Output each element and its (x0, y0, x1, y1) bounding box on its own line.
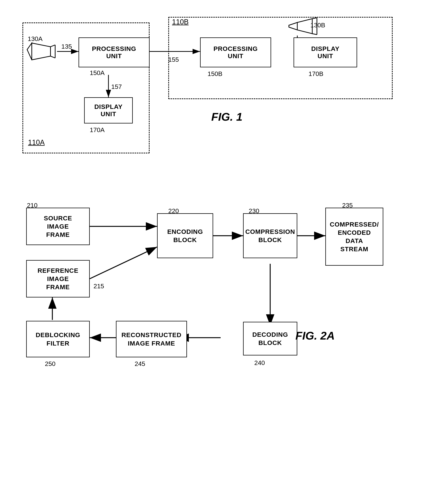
label-130B: 130B (310, 22, 325, 29)
svg-marker-0 (32, 43, 50, 60)
db-l2: BLOCK (252, 339, 288, 347)
decoding-block-box: DECODING BLOCK (243, 322, 297, 355)
rif-l2: IMAGE (38, 275, 78, 283)
eb-l1: ENCODING (167, 228, 203, 236)
processing-unit-150A: PROCESSING UNIT (78, 37, 149, 67)
du170B-line2: UNIT (311, 52, 339, 60)
fig1-diagram: 110A 110B 130A 135 (15, 11, 407, 180)
label-170A: 170A (90, 126, 105, 134)
eb-l2: BLOCK (167, 236, 203, 244)
label-250: 250 (45, 360, 55, 367)
display-unit-170A: DISPLAY UNIT (84, 97, 133, 123)
cds-l3: DATA (330, 237, 379, 245)
processing-unit-150B: PROCESSING UNIT (200, 37, 271, 67)
deblocking-filter-box: DEBLOCKING FILTER (26, 321, 90, 357)
label-210: 210 (27, 202, 38, 209)
sif-l1: SOURCE (44, 214, 72, 222)
cds-l4: STREAM (330, 245, 379, 253)
svg-line-3 (50, 56, 55, 58)
label-130A: 130A (28, 35, 42, 42)
svg-marker-1 (27, 43, 32, 60)
fig2a-diagram: SOURCE IMAGE FRAME 210 REFERENCE IMAGE F… (15, 198, 407, 404)
cds-l2: ENCODED (330, 228, 379, 237)
label-240: 240 (254, 359, 265, 366)
pu150B-line1: PROCESSING (214, 45, 258, 52)
pu150A-line2: UNIT (92, 52, 136, 60)
encoding-block-box: ENCODING BLOCK (157, 213, 213, 258)
label-150A: 150A (90, 69, 105, 77)
cb-l2: BLOCK (245, 236, 295, 244)
rif-l3: FRAME (38, 283, 78, 291)
du170B-line1: DISPLAY (311, 45, 339, 52)
compression-block-box: COMPRESSION BLOCK (243, 213, 297, 258)
svg-line-17 (312, 18, 317, 19)
compressed-data-stream-box: COMPRESSED/ ENCODED DATA STREAM (325, 208, 383, 266)
page: 110A 110B 130A 135 (0, 0, 422, 504)
db-l1: DECODING (252, 330, 288, 339)
pu150B-line2: UNIT (214, 52, 258, 60)
label-110A: 110A (28, 138, 45, 146)
df-l1: DEBLOCKING (36, 331, 80, 339)
df-l2: FILTER (36, 339, 80, 348)
reference-image-frame-box: REFERENCE IMAGE FRAME (26, 260, 90, 297)
sif-l2: IMAGE (44, 222, 72, 230)
svg-line-2 (50, 45, 55, 47)
svg-line-18 (312, 34, 317, 35)
sif-l3: FRAME (44, 230, 72, 239)
label-245: 245 (135, 360, 145, 367)
label-235: 235 (342, 202, 353, 209)
reconstructed-image-frame-box: RECONSTRUCTED IMAGE FRAME (116, 321, 187, 357)
label-220: 220 (168, 207, 179, 215)
camera-130A (26, 39, 56, 64)
rifr-l1: RECONSTRUCTED (122, 331, 182, 339)
fig1-label: FIG. 1 (211, 110, 243, 123)
du170A-line1: DISPLAY (94, 103, 122, 110)
label-230: 230 (249, 207, 259, 215)
cb-l1: COMPRESSION (245, 228, 295, 236)
fig2a-label: FIG. 2A (295, 329, 335, 342)
display-unit-170B: DISPLAY UNIT (294, 37, 357, 67)
pu150A-line1: PROCESSING (92, 45, 136, 52)
label-215: 215 (94, 282, 104, 290)
du170A-line2: UNIT (94, 110, 122, 118)
label-170B: 170B (309, 70, 323, 78)
cds-l1: COMPRESSED/ (330, 220, 379, 228)
svg-marker-16 (289, 23, 297, 30)
rifr-l2: IMAGE FRAME (122, 339, 182, 348)
label-110B: 110B (172, 18, 189, 26)
label-150B: 150B (208, 70, 222, 78)
svg-line-22 (90, 247, 157, 279)
rif-l1: REFERENCE (38, 266, 78, 275)
svg-marker-15 (297, 19, 312, 34)
source-image-frame-box: SOURCE IMAGE FRAME (26, 208, 90, 245)
